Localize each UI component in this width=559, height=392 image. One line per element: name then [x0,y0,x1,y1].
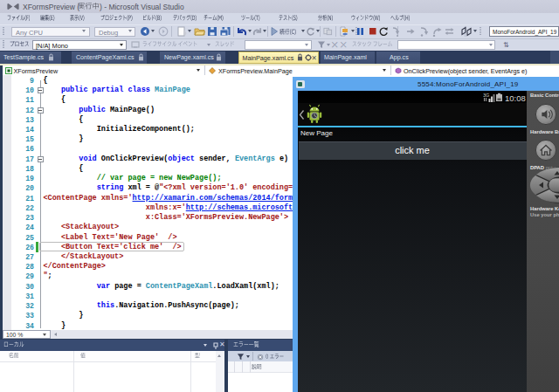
svg-text:3G: 3G [483,93,489,98]
